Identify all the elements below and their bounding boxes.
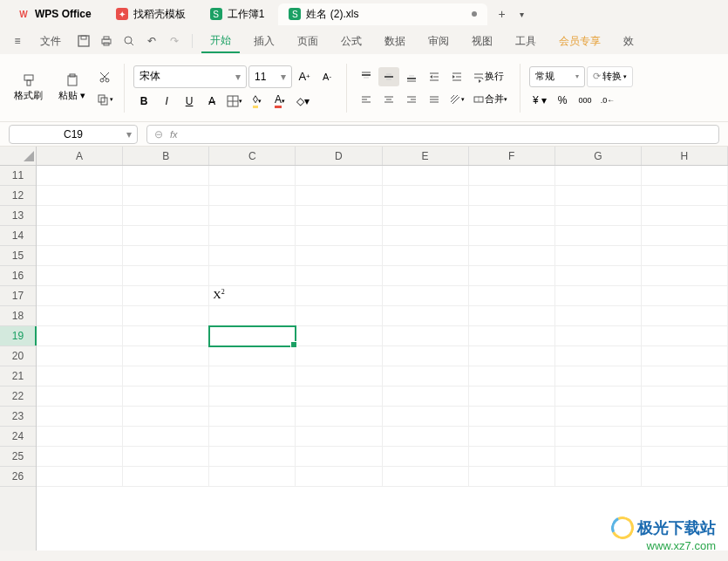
- row-header[interactable]: 22: [0, 387, 36, 407]
- cell[interactable]: [469, 286, 555, 306]
- cell[interactable]: [37, 246, 123, 266]
- orientation-button[interactable]: ▾: [446, 90, 467, 109]
- cell[interactable]: [209, 206, 296, 226]
- cells-area[interactable]: X2: [37, 166, 728, 551]
- preview-icon[interactable]: [120, 32, 138, 50]
- cell[interactable]: [209, 366, 296, 387]
- column-header[interactable]: D: [296, 147, 382, 165]
- cell[interactable]: X2: [209, 286, 296, 306]
- cell[interactable]: [383, 326, 469, 346]
- cell[interactable]: [642, 286, 728, 306]
- cell[interactable]: [209, 387, 296, 407]
- cell[interactable]: [209, 266, 296, 286]
- cell[interactable]: [296, 266, 382, 286]
- cell[interactable]: [296, 246, 382, 266]
- cell[interactable]: [555, 266, 642, 286]
- row-header[interactable]: 26: [0, 467, 36, 487]
- cell[interactable]: [296, 166, 382, 186]
- italic-button[interactable]: I: [156, 92, 177, 111]
- cell[interactable]: [555, 346, 642, 366]
- pinyin-button[interactable]: ◇▾: [292, 92, 313, 111]
- cell[interactable]: [296, 206, 382, 226]
- currency-button[interactable]: ¥ ▾: [529, 91, 550, 110]
- cell[interactable]: [555, 427, 642, 447]
- cell[interactable]: [123, 387, 209, 407]
- row-header[interactable]: 20: [0, 346, 36, 366]
- cell[interactable]: [209, 186, 296, 206]
- cell[interactable]: [642, 467, 728, 487]
- cell[interactable]: [123, 246, 209, 266]
- align-right-button[interactable]: [401, 90, 422, 109]
- cell[interactable]: [469, 427, 555, 447]
- font-size-select[interactable]: 11▾: [248, 65, 292, 88]
- tab-workbook1[interactable]: S 工作簿1: [200, 3, 276, 25]
- cell[interactable]: [555, 467, 642, 487]
- cell[interactable]: [209, 447, 296, 467]
- font-name-select[interactable]: 宋体▾: [133, 65, 247, 88]
- cell[interactable]: [469, 246, 555, 266]
- cell[interactable]: [123, 407, 209, 427]
- cell[interactable]: [555, 387, 642, 407]
- cell[interactable]: [123, 166, 209, 186]
- hamburger-icon[interactable]: ≡: [9, 32, 26, 50]
- column-header[interactable]: B: [123, 147, 209, 165]
- cell[interactable]: [209, 246, 296, 266]
- cell[interactable]: [37, 427, 123, 447]
- column-header[interactable]: A: [37, 147, 123, 165]
- cell[interactable]: [555, 447, 642, 467]
- align-middle-button[interactable]: [378, 67, 399, 86]
- formula-input[interactable]: ⊖ fx: [146, 125, 719, 144]
- cell[interactable]: [37, 407, 123, 427]
- align-bottom-button[interactable]: [401, 67, 422, 86]
- tab-effects[interactable]: 效: [615, 31, 643, 52]
- cell[interactable]: [123, 366, 209, 387]
- column-header[interactable]: F: [469, 147, 555, 165]
- row-header[interactable]: 17: [0, 286, 36, 306]
- cell[interactable]: [555, 326, 642, 346]
- row-header[interactable]: 13: [0, 206, 36, 226]
- cell[interactable]: [37, 306, 123, 326]
- row-header[interactable]: 16: [0, 266, 36, 286]
- border-button[interactable]: ▾: [224, 92, 245, 111]
- cell[interactable]: [642, 387, 728, 407]
- print-icon[interactable]: [98, 32, 115, 50]
- cell[interactable]: [642, 447, 728, 467]
- save-icon[interactable]: [75, 32, 92, 50]
- cell[interactable]: [37, 186, 123, 206]
- column-header[interactable]: E: [383, 147, 469, 165]
- cell[interactable]: [383, 407, 469, 427]
- cell[interactable]: [555, 286, 642, 306]
- cell[interactable]: [469, 346, 555, 366]
- format-brush-button[interactable]: 格式刷: [7, 72, 50, 104]
- tab-tools[interactable]: 工具: [507, 31, 545, 52]
- cell[interactable]: [37, 467, 123, 487]
- cell[interactable]: [642, 246, 728, 266]
- redo-icon[interactable]: ↷: [166, 32, 183, 50]
- cell[interactable]: [296, 226, 382, 246]
- cell[interactable]: [296, 346, 382, 366]
- cell[interactable]: [209, 427, 296, 447]
- cell[interactable]: [469, 467, 555, 487]
- cell[interactable]: [469, 306, 555, 326]
- column-header[interactable]: C: [209, 147, 296, 165]
- font-increase-button[interactable]: A+: [294, 67, 315, 86]
- tab-insert[interactable]: 插入: [245, 31, 283, 52]
- indent-increase-button[interactable]: [446, 67, 467, 86]
- cell[interactable]: [37, 326, 123, 346]
- column-header[interactable]: H: [642, 147, 728, 165]
- cell[interactable]: [296, 366, 382, 387]
- wrap-button[interactable]: 换行: [469, 67, 507, 86]
- cell[interactable]: [469, 366, 555, 387]
- cell[interactable]: [642, 226, 728, 246]
- tab-template[interactable]: ✦ 找稻壳模板: [105, 3, 196, 25]
- cell[interactable]: [296, 186, 382, 206]
- cell[interactable]: [383, 447, 469, 467]
- cell[interactable]: [642, 186, 728, 206]
- cell[interactable]: [642, 206, 728, 226]
- cell[interactable]: [555, 306, 642, 326]
- cell[interactable]: [383, 427, 469, 447]
- cell[interactable]: [296, 407, 382, 427]
- indent-decrease-button[interactable]: [424, 67, 445, 86]
- cell[interactable]: [383, 186, 469, 206]
- cell[interactable]: [642, 346, 728, 366]
